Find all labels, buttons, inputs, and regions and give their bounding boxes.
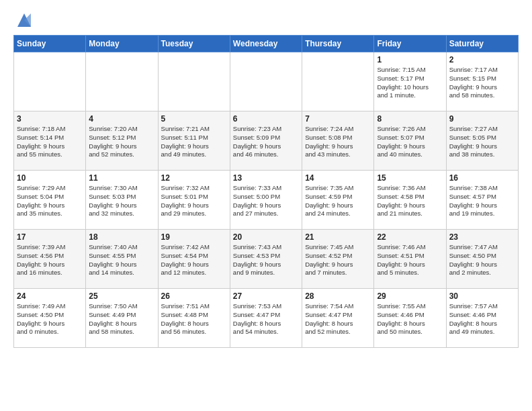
calendar-cell: 10Sunrise: 7:29 AM Sunset: 5:04 PM Dayli… (14, 171, 86, 230)
week-row-3: 10Sunrise: 7:29 AM Sunset: 5:04 PM Dayli… (14, 171, 519, 230)
calendar-cell: 17Sunrise: 7:39 AM Sunset: 4:56 PM Dayli… (14, 230, 86, 289)
day-info: Sunrise: 7:26 AM Sunset: 5:07 PM Dayligh… (377, 125, 443, 159)
calendar-cell: 3Sunrise: 7:18 AM Sunset: 5:14 PM Daylig… (14, 111, 86, 171)
day-number: 27 (233, 291, 299, 301)
calendar-cell: 4Sunrise: 7:20 AM Sunset: 5:12 PM Daylig… (86, 111, 158, 171)
calendar-cell: 11Sunrise: 7:30 AM Sunset: 5:03 PM Dayli… (86, 171, 158, 230)
calendar-cell: 25Sunrise: 7:50 AM Sunset: 4:49 PM Dayli… (86, 289, 158, 348)
calendar-cell: 29Sunrise: 7:55 AM Sunset: 4:46 PM Dayli… (374, 289, 446, 348)
day-info: Sunrise: 7:53 AM Sunset: 4:47 PM Dayligh… (233, 302, 299, 336)
logo-icon (15, 11, 34, 30)
day-info: Sunrise: 7:57 AM Sunset: 4:46 PM Dayligh… (449, 302, 515, 336)
day-number: 16 (449, 173, 515, 183)
calendar-cell: 7Sunrise: 7:24 AM Sunset: 5:08 PM Daylig… (302, 111, 374, 171)
day-number: 21 (305, 232, 371, 242)
weekday-header-saturday: Saturday (446, 36, 518, 52)
day-number: 18 (89, 232, 154, 242)
calendar-cell: 14Sunrise: 7:35 AM Sunset: 4:59 PM Dayli… (302, 171, 374, 230)
weekday-header-sunday: Sunday (14, 36, 86, 52)
calendar-cell: 23Sunrise: 7:47 AM Sunset: 4:50 PM Dayli… (446, 230, 518, 289)
day-number: 14 (305, 173, 371, 183)
day-number: 6 (233, 114, 299, 124)
weekday-header-thursday: Thursday (302, 36, 374, 52)
day-info: Sunrise: 7:24 AM Sunset: 5:08 PM Dayligh… (305, 125, 371, 159)
day-info: Sunrise: 7:32 AM Sunset: 5:01 PM Dayligh… (161, 184, 227, 218)
day-number: 12 (161, 173, 227, 183)
day-number: 4 (89, 114, 154, 124)
day-number: 25 (89, 291, 154, 301)
day-number: 5 (161, 114, 227, 124)
week-row-1: 1Sunrise: 7:15 AM Sunset: 5:17 PM Daylig… (14, 52, 519, 111)
day-info: Sunrise: 7:29 AM Sunset: 5:04 PM Dayligh… (17, 184, 83, 218)
day-number: 2 (449, 55, 515, 64)
page: SundayMondayTuesdayWednesdayThursdayFrid… (0, 0, 532, 356)
day-number: 30 (449, 291, 515, 301)
day-info: Sunrise: 7:50 AM Sunset: 4:49 PM Dayligh… (89, 302, 154, 336)
day-number: 28 (305, 291, 371, 301)
day-info: Sunrise: 7:51 AM Sunset: 4:48 PM Dayligh… (161, 302, 227, 336)
weekday-header-friday: Friday (374, 36, 446, 52)
calendar-cell: 12Sunrise: 7:32 AM Sunset: 5:01 PM Dayli… (158, 171, 230, 230)
day-info: Sunrise: 7:27 AM Sunset: 5:05 PM Dayligh… (449, 125, 515, 159)
day-info: Sunrise: 7:54 AM Sunset: 4:47 PM Dayligh… (305, 302, 371, 336)
calendar-cell: 2Sunrise: 7:17 AM Sunset: 5:15 PM Daylig… (446, 52, 518, 111)
day-info: Sunrise: 7:23 AM Sunset: 5:09 PM Dayligh… (233, 125, 299, 159)
day-info: Sunrise: 7:17 AM Sunset: 5:15 PM Dayligh… (449, 66, 515, 100)
day-number: 22 (377, 232, 443, 242)
weekday-header-wednesday: Wednesday (230, 36, 302, 52)
day-number: 15 (377, 173, 443, 183)
calendar-cell: 21Sunrise: 7:45 AM Sunset: 4:52 PM Dayli… (302, 230, 374, 289)
calendar-cell: 27Sunrise: 7:53 AM Sunset: 4:47 PM Dayli… (230, 289, 302, 348)
calendar-cell: 13Sunrise: 7:33 AM Sunset: 5:00 PM Dayli… (230, 171, 302, 230)
day-info: Sunrise: 7:43 AM Sunset: 4:53 PM Dayligh… (233, 243, 299, 277)
day-info: Sunrise: 7:18 AM Sunset: 5:14 PM Dayligh… (17, 125, 83, 159)
calendar-cell: 26Sunrise: 7:51 AM Sunset: 4:48 PM Dayli… (158, 289, 230, 348)
day-info: Sunrise: 7:15 AM Sunset: 5:17 PM Dayligh… (377, 66, 443, 100)
calendar-cell: 30Sunrise: 7:57 AM Sunset: 4:46 PM Dayli… (446, 289, 518, 348)
calendar-cell (86, 52, 158, 111)
day-info: Sunrise: 7:30 AM Sunset: 5:03 PM Dayligh… (89, 184, 154, 218)
day-info: Sunrise: 7:55 AM Sunset: 4:46 PM Dayligh… (377, 302, 443, 336)
day-number: 1 (377, 55, 443, 64)
day-info: Sunrise: 7:36 AM Sunset: 4:58 PM Dayligh… (377, 184, 443, 218)
day-number: 23 (449, 232, 515, 242)
day-number: 29 (377, 291, 443, 301)
day-info: Sunrise: 7:40 AM Sunset: 4:55 PM Dayligh… (89, 243, 154, 277)
calendar-cell: 15Sunrise: 7:36 AM Sunset: 4:58 PM Dayli… (374, 171, 446, 230)
day-info: Sunrise: 7:39 AM Sunset: 4:56 PM Dayligh… (17, 243, 83, 277)
week-row-2: 3Sunrise: 7:18 AM Sunset: 5:14 PM Daylig… (14, 111, 519, 171)
day-number: 13 (233, 173, 299, 183)
calendar-cell: 28Sunrise: 7:54 AM Sunset: 4:47 PM Dayli… (302, 289, 374, 348)
calendar-cell (302, 52, 374, 111)
calendar-cell: 16Sunrise: 7:38 AM Sunset: 4:57 PM Dayli… (446, 171, 518, 230)
day-number: 11 (89, 173, 154, 183)
calendar-cell: 18Sunrise: 7:40 AM Sunset: 4:55 PM Dayli… (86, 230, 158, 289)
day-info: Sunrise: 7:49 AM Sunset: 4:50 PM Dayligh… (17, 302, 83, 336)
day-info: Sunrise: 7:35 AM Sunset: 4:59 PM Dayligh… (305, 184, 371, 218)
calendar-cell: 8Sunrise: 7:26 AM Sunset: 5:07 PM Daylig… (374, 111, 446, 171)
day-number: 7 (305, 114, 371, 124)
day-info: Sunrise: 7:33 AM Sunset: 5:00 PM Dayligh… (233, 184, 299, 218)
day-info: Sunrise: 7:47 AM Sunset: 4:50 PM Dayligh… (449, 243, 515, 277)
day-info: Sunrise: 7:42 AM Sunset: 4:54 PM Dayligh… (161, 243, 227, 277)
day-number: 9 (449, 114, 515, 124)
calendar-cell: 1Sunrise: 7:15 AM Sunset: 5:17 PM Daylig… (374, 52, 446, 111)
calendar-cell: 6Sunrise: 7:23 AM Sunset: 5:09 PM Daylig… (230, 111, 302, 171)
day-info: Sunrise: 7:45 AM Sunset: 4:52 PM Dayligh… (305, 243, 371, 277)
weekday-header-row: SundayMondayTuesdayWednesdayThursdayFrid… (14, 36, 519, 52)
header (13, 11, 519, 30)
calendar-cell (14, 52, 86, 111)
calendar-cell: 22Sunrise: 7:46 AM Sunset: 4:51 PM Dayli… (374, 230, 446, 289)
calendar-cell: 24Sunrise: 7:49 AM Sunset: 4:50 PM Dayli… (14, 289, 86, 348)
day-info: Sunrise: 7:20 AM Sunset: 5:12 PM Dayligh… (89, 125, 154, 159)
weekday-header-monday: Monday (86, 36, 158, 52)
calendar-cell: 9Sunrise: 7:27 AM Sunset: 5:05 PM Daylig… (446, 111, 518, 171)
calendar-table: SundayMondayTuesdayWednesdayThursdayFrid… (13, 35, 519, 348)
day-number: 10 (17, 173, 83, 183)
calendar-cell (230, 52, 302, 111)
day-number: 19 (161, 232, 227, 242)
day-info: Sunrise: 7:46 AM Sunset: 4:51 PM Dayligh… (377, 243, 443, 277)
day-number: 17 (17, 232, 83, 242)
calendar-cell: 5Sunrise: 7:21 AM Sunset: 5:11 PM Daylig… (158, 111, 230, 171)
day-number: 24 (17, 291, 83, 301)
